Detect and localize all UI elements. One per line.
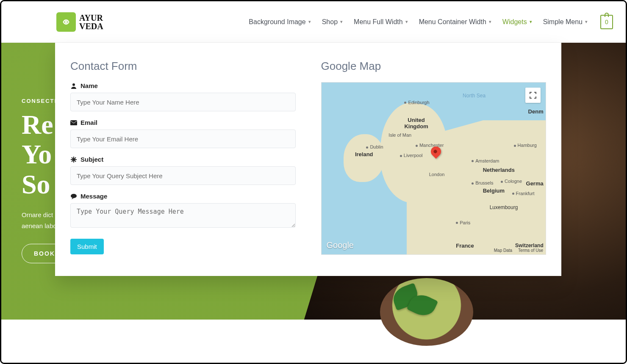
chevron-down-icon: ▾ <box>405 19 408 25</box>
main-nav: Background Image▾ Shop▾ Menu Full Width▾… <box>249 15 613 29</box>
map-country-france: France <box>456 243 474 249</box>
map-city-isle-of-man: Isle of Man <box>388 132 411 138</box>
map-sea-label: North Sea <box>463 93 486 99</box>
map-city-edinburgh: Edinburgh <box>404 100 429 105</box>
widgets-mega-dropdown: Contact Form Name Email Subject <box>55 43 561 276</box>
logo[interactable]: AYUR VEDA <box>56 12 103 32</box>
map-landmass-ireland <box>344 134 384 182</box>
mail-icon <box>70 119 77 126</box>
name-field-row: Name <box>70 82 296 111</box>
google-map-column: Google Map North Sea UnitedKingdom Irela… <box>321 60 547 255</box>
map-country-switzerland: Switzerland <box>515 243 544 248</box>
map-credits: Map Data Terms of Use <box>494 248 543 253</box>
map-country-ireland: Ireland <box>355 151 373 157</box>
logo-text: AYUR VEDA <box>79 14 103 30</box>
email-field-row: Email <box>70 119 296 148</box>
google-map-title: Google Map <box>321 60 547 73</box>
submit-button[interactable]: Submit <box>70 239 104 254</box>
svg-point-0 <box>65 21 67 22</box>
chat-icon <box>70 193 77 200</box>
bottom-strip <box>1 320 626 363</box>
message-textarea[interactable] <box>70 203 296 228</box>
logo-mark-icon <box>56 12 76 32</box>
contact-form-column: Contact Form Name Email Subject <box>70 60 296 255</box>
chevron-down-icon: ▾ <box>308 19 311 25</box>
svg-point-1 <box>72 83 75 86</box>
map-city-liverpool: Liverpool <box>400 153 423 158</box>
decor-mint <box>393 287 444 325</box>
map-marker[interactable] <box>431 146 441 157</box>
chevron-down-icon: ▾ <box>340 19 343 25</box>
google-map[interactable]: North Sea UnitedKingdom Ireland Netherla… <box>321 82 547 255</box>
subject-field-row: Subject <box>70 156 296 185</box>
name-label: Name <box>70 82 296 89</box>
map-city-paris: Paris <box>456 220 470 225</box>
nav-item-background-image[interactable]: Background Image▾ <box>249 18 311 26</box>
map-terms-link[interactable]: Terms of Use <box>518 248 543 253</box>
map-city-brussels: Brussels <box>472 180 493 185</box>
map-data-link[interactable]: Map Data <box>494 248 512 253</box>
svg-point-3 <box>71 194 77 198</box>
email-label: Email <box>70 119 296 126</box>
page-frame: AYUR VEDA Background Image▾ Shop▾ Menu F… <box>0 0 627 364</box>
nav-item-simple-menu[interactable]: Simple Menu▾ <box>543 18 588 26</box>
contact-form-title: Contact Form <box>70 60 296 73</box>
nav-item-shop[interactable]: Shop▾ <box>322 18 343 26</box>
map-country-netherlands: Netherlands <box>483 167 515 173</box>
message-field-row: Message <box>70 193 296 229</box>
name-input[interactable] <box>70 93 296 111</box>
map-country-belgium: Belgium <box>483 188 505 194</box>
map-city-amsterdam: Amsterdam <box>472 158 499 163</box>
chevron-down-icon: ▾ <box>530 19 532 25</box>
subject-input[interactable] <box>70 166 296 185</box>
chevron-down-icon: ▾ <box>585 19 588 25</box>
map-city-hamburg: Hamburg <box>514 143 537 148</box>
cart-button[interactable]: 0 <box>600 15 613 29</box>
svg-rect-2 <box>70 120 77 125</box>
map-country-luxembourg: Luxembourg <box>490 204 518 210</box>
map-country-uk: UnitedKingdom <box>404 117 428 130</box>
site-header: AYUR VEDA Background Image▾ Shop▾ Menu F… <box>1 1 626 43</box>
user-icon <box>70 83 77 89</box>
map-fullscreen-button[interactable] <box>525 88 541 103</box>
cart-count: 0 <box>605 19 608 25</box>
map-city-london: London <box>429 172 445 177</box>
asterisk-icon <box>70 156 77 163</box>
map-city-dublin: Dublin <box>366 144 383 149</box>
nav-item-menu-container-width[interactable]: Menu Container Width▾ <box>419 18 491 26</box>
map-country-germany: Germa <box>526 180 544 187</box>
email-input[interactable] <box>70 130 296 148</box>
message-label: Message <box>70 193 296 200</box>
nav-item-widgets[interactable]: Widgets▾ <box>502 18 532 26</box>
map-city-cologne: Cologne <box>501 179 522 184</box>
subject-label: Subject <box>70 156 296 163</box>
map-country-denmark: Denm <box>528 108 544 115</box>
map-city-frankfurt: Frankfurt <box>512 191 535 196</box>
google-logo: Google <box>327 240 354 250</box>
nav-item-menu-full-width[interactable]: Menu Full Width▾ <box>354 18 408 26</box>
chevron-down-icon: ▾ <box>489 19 491 25</box>
